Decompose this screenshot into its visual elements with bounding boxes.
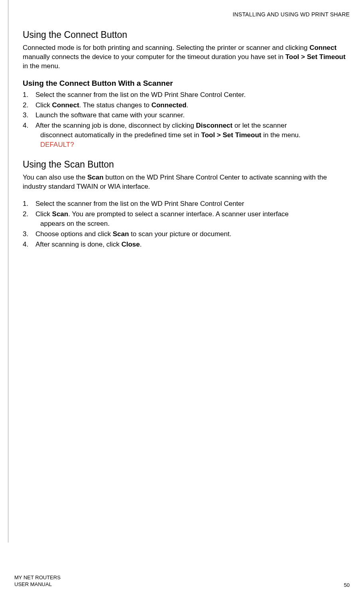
list-text: Select the scanner from the list on the … xyxy=(34,90,350,100)
list-item: 1. Select the scanner from the list on t… xyxy=(23,90,350,100)
section1-title: Using the Connect Button xyxy=(23,30,350,40)
red-annotation: DEFAULT? xyxy=(40,140,350,150)
list-text: Select the scanner from the list on the … xyxy=(34,199,350,209)
list-text: Click Scan. You are prompted to select a… xyxy=(34,209,350,229)
page-footer: MY NET ROUTERS USER MANUAL 50 xyxy=(14,574,350,588)
text: You can also use the xyxy=(23,174,87,181)
footer-subtitle: USER MANUAL xyxy=(14,581,61,588)
bold-text: Scan xyxy=(52,210,69,218)
text: Click xyxy=(35,101,52,109)
list-number: 2. xyxy=(23,209,34,229)
text: in the menu. xyxy=(23,62,60,70)
list-number: 2. xyxy=(23,101,34,110)
text: . You are prompted to select a scanner i… xyxy=(68,210,289,218)
list-item: 2. Click Scan. You are prompted to selec… xyxy=(23,209,350,229)
section2-intro: You can also use the Scan button on the … xyxy=(23,173,350,191)
bold-text: Scan xyxy=(113,230,129,238)
footer-title: MY NET ROUTERS xyxy=(14,574,61,581)
list-number: 1. xyxy=(23,199,34,209)
list-number: 1. xyxy=(23,90,34,100)
text: . xyxy=(140,241,142,248)
bold-text: Connect xyxy=(309,44,336,51)
footer-left: MY NET ROUTERS USER MANUAL xyxy=(14,574,61,588)
text: After the scanning job is done, disconne… xyxy=(35,122,196,129)
continuation: disconnect automatically in the predefin… xyxy=(40,130,350,140)
section1-intro: Connected mode is for both printing and … xyxy=(23,43,350,71)
text: . The status changes to xyxy=(79,101,152,109)
section2-title: Using the Scan Button xyxy=(23,159,350,170)
bold-text: Disconnect xyxy=(196,122,233,129)
list-text: Choose options and click Scan to scan yo… xyxy=(34,229,350,239)
list-item: 3. Choose options and click Scan to scan… xyxy=(23,229,350,239)
page-content: INSTALLING AND USING WD PRINT SHARE Usin… xyxy=(8,0,364,543)
list-text: After scanning is done, click Close. xyxy=(34,240,350,249)
bold-text: Connect xyxy=(52,101,79,109)
text: Choose options and click xyxy=(35,230,113,238)
bold-text: Close xyxy=(121,241,140,248)
continuation: appears on the screen. xyxy=(40,219,350,229)
text: disconnect automatically in the predefin… xyxy=(40,131,201,139)
text: Connected mode is for both printing and … xyxy=(23,44,309,51)
list-number: 3. xyxy=(23,111,34,120)
bold-text: Tool > Set Timeout xyxy=(285,53,346,61)
text: manually connects the device to your com… xyxy=(23,53,285,61)
section2-steps: 1. Select the scanner from the list on t… xyxy=(23,199,350,249)
text: in the menu. xyxy=(261,131,300,139)
chapter-header: INSTALLING AND USING WD PRINT SHARE xyxy=(23,11,350,18)
list-item: 1. Select the scanner from the list on t… xyxy=(23,199,350,209)
list-number: 4. xyxy=(23,121,34,149)
text: After scanning is done, click xyxy=(35,241,121,248)
list-item: 4. After scanning is done, click Close. xyxy=(23,240,350,249)
list-text: Launch the software that came with your … xyxy=(34,111,350,120)
list-text: After the scanning job is done, disconne… xyxy=(34,121,350,149)
section1-steps: 1. Select the scanner from the list on t… xyxy=(23,90,350,150)
text: Click xyxy=(35,210,52,218)
bold-text: Scan xyxy=(87,174,104,181)
bold-text: Tool > Set Timeout xyxy=(201,131,262,139)
list-text: Click Connect. The status changes to Con… xyxy=(34,101,350,110)
list-number: 3. xyxy=(23,229,34,239)
list-item: 2. Click Connect. The status changes to … xyxy=(23,101,350,110)
text: or let the scanner xyxy=(232,122,287,129)
list-number: 4. xyxy=(23,240,34,249)
section1-subheading: Using the Connect Button With a Scanner xyxy=(23,79,350,88)
page-number: 50 xyxy=(344,582,350,588)
list-item: 4. After the scanning job is done, disco… xyxy=(23,121,350,149)
list-item: 3. Launch the software that came with yo… xyxy=(23,111,350,120)
text: . xyxy=(187,101,189,109)
text: to scan your picture or document. xyxy=(129,230,231,238)
bold-text: Connected xyxy=(152,101,187,109)
